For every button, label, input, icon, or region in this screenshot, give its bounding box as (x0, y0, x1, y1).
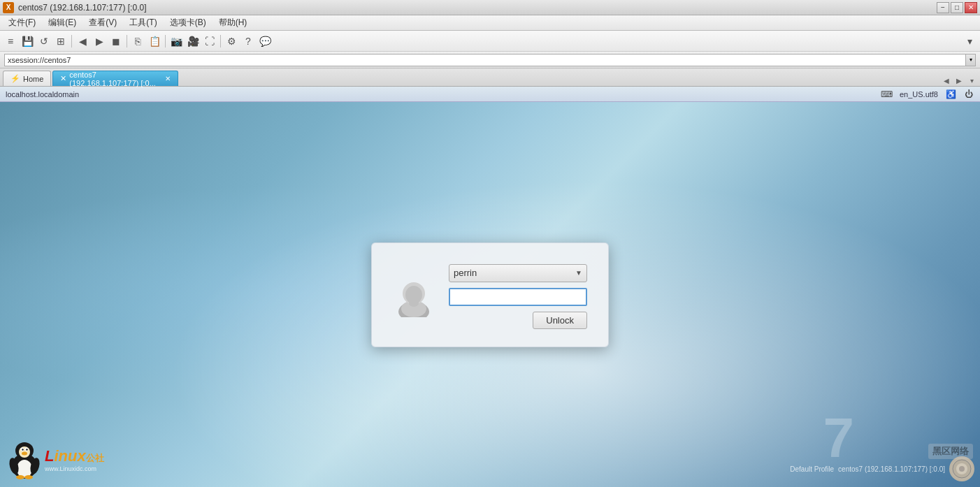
lock-dialog: perrin ▼ Unlock (371, 242, 609, 347)
tab-navigation: ◀ ▶ ▾ (941, 75, 977, 86)
main-content: 7 L (0, 102, 980, 487)
toolbar: ≡ 💾 ↺ ⊞ ◀ ▶ ◼ ⎘ 📋 📷 🎥 ⛶ ⚙ ? 💬 ▾ (0, 31, 980, 52)
svg-point-20 (959, 466, 965, 472)
menu-view[interactable]: 查看(V) (83, 15, 122, 30)
toolbar-btn-stop[interactable]: ⊞ (53, 34, 69, 49)
address-input[interactable] (4, 54, 966, 66)
lock-controls: perrin ▼ Unlock (449, 264, 587, 329)
logo-area: L inux 公社 www.Linuxidc.com (7, 439, 104, 480)
brand-info: L inux 公社 www.Linuxidc.com (45, 447, 104, 472)
menu-file[interactable]: 文件(F) (3, 15, 41, 30)
keyboard-icon: ⌨ (881, 89, 893, 100)
tab-home-icon: ⚡ (10, 74, 20, 83)
menu-help[interactable]: 帮助(H) (213, 15, 253, 30)
status-right: ⌨ en_US.utf8 ♿ ⏻ (881, 89, 974, 100)
menu-edit[interactable]: 编辑(E) (43, 15, 82, 30)
unlock-button[interactable]: Unlock (533, 312, 587, 329)
separator-2 (127, 35, 127, 48)
tab-centos[interactable]: ✕ centos7 (192.168.1.107:177) [:0... ✕ (52, 71, 178, 86)
tab-centos-label: centos7 (192.168.1.107:177) [:0... (69, 71, 161, 87)
separator-4 (220, 35, 221, 48)
tab-close-btn[interactable]: ✕ (164, 75, 171, 83)
tab-next-btn[interactable]: ▶ (953, 75, 965, 86)
window-controls: − □ ✕ (937, 2, 977, 13)
toolbar-btn-back[interactable]: ◀ (75, 34, 90, 49)
username-label: perrin (454, 268, 575, 278)
separator-3 (165, 35, 166, 48)
close-button[interactable]: ✕ (965, 2, 977, 13)
centos-info-bar: Default Profile centos7 (192.168.1.107:1… (790, 456, 974, 481)
dropdown-arrow-icon: ▼ (575, 269, 582, 277)
locale-label: en_US.utf8 (900, 90, 938, 99)
menu-tools[interactable]: 工具(T) (124, 15, 162, 30)
blackhole-text: 黑区网络 (928, 444, 973, 459)
blackhole-watermark: 黑区网络 (928, 444, 973, 459)
brand-l: L (45, 447, 54, 465)
menu-tabs[interactable]: 选项卡(B) (164, 15, 212, 30)
toolbar-btn-help[interactable]: ? (240, 34, 256, 49)
toolbar-btn-forward[interactable]: ▶ (92, 34, 107, 49)
toolbar-right: ▾ (962, 34, 977, 49)
toolbar-btn-stop2[interactable]: ◼ (108, 34, 124, 49)
brand-suffix: 公社 (86, 452, 104, 465)
toolbar-btn-camera[interactable]: 📷 (168, 34, 184, 49)
password-input[interactable] (449, 288, 587, 306)
user-avatar (393, 275, 435, 317)
power-icon[interactable]: ⏻ (963, 89, 974, 100)
toolbar-btn-settings[interactable]: ⚙ (224, 34, 239, 49)
toolbar-btn-chat[interactable]: 💬 (257, 34, 273, 49)
toolbar-btn-copy[interactable]: ⎘ (130, 34, 145, 49)
status-bar: localhost.localdomain ⌨ en_US.utf8 ♿ ⏻ (0, 87, 980, 102)
toolbar-btn-save[interactable]: 💾 (20, 34, 35, 49)
accessibility-icon: ♿ (945, 89, 956, 100)
svg-point-6 (22, 449, 23, 450)
maximize-button[interactable]: □ (951, 2, 963, 13)
svg-point-8 (22, 452, 27, 456)
toolbar-dropdown[interactable]: ▾ (962, 34, 977, 49)
hostname-label: localhost.localdomain (6, 90, 79, 99)
brand-url: www.Linuxidc.com (45, 465, 104, 472)
svg-point-7 (26, 449, 27, 450)
tab-home-label: Home (23, 75, 43, 83)
address-dropdown-btn[interactable]: ▾ (966, 54, 976, 66)
brand-inux: inux (54, 447, 85, 465)
centos-shield-icon (949, 456, 974, 481)
svg-point-10 (24, 475, 33, 479)
toolbar-btn-reload[interactable]: ↺ (36, 34, 52, 49)
separator-1 (71, 35, 72, 48)
svg-point-17 (409, 300, 419, 307)
toolbar-btn-1[interactable]: ≡ (3, 34, 18, 49)
toolbar-btn-paste[interactable]: 📋 (147, 34, 162, 49)
address-bar: ▾ (0, 52, 980, 68)
username-dropdown[interactable]: perrin ▼ (449, 264, 587, 282)
tab-home[interactable]: ⚡ Home (3, 71, 51, 86)
toolbar-btn-fullscreen[interactable]: ⛶ (202, 34, 217, 49)
svg-point-1 (17, 460, 32, 478)
tab-menu-btn[interactable]: ▾ (966, 75, 977, 86)
tab-prev-btn[interactable]: ◀ (941, 75, 952, 86)
centos-version-label: centos7 (192.168.1.107:177) [:0.0] (838, 465, 945, 473)
svg-point-9 (16, 475, 24, 479)
toolbar-btn-camera2[interactable]: 🎥 (185, 34, 201, 49)
app-icon: X (3, 2, 14, 13)
tux-icon (7, 439, 42, 480)
minimize-button[interactable]: − (937, 2, 949, 13)
default-profile-label: Default Profile (790, 465, 834, 473)
window-title: centos7 (192.168.1.107:177) [:0.0] (18, 3, 146, 13)
tabs-area: ⚡ Home ✕ centos7 (192.168.1.107:177) [:0… (0, 68, 980, 87)
tab-centos-icon: ✕ (60, 74, 66, 83)
title-bar: X centos7 (192.168.1.107:177) [:0.0] − □… (0, 0, 980, 15)
menu-bar: 文件(F) 编辑(E) 查看(V) 工具(T) 选项卡(B) 帮助(H) (0, 15, 980, 31)
